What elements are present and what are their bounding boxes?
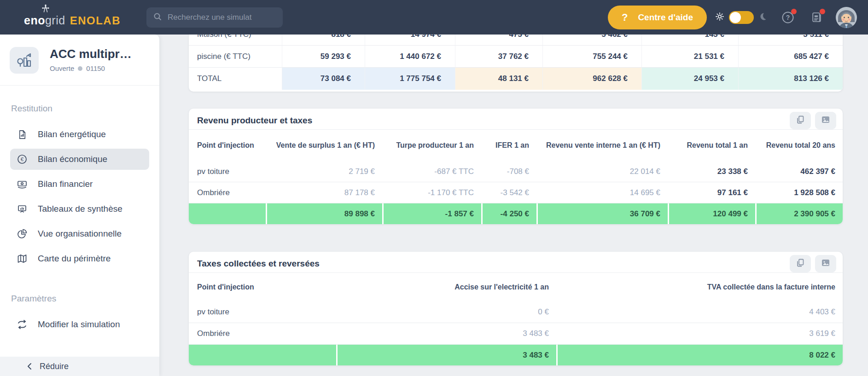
export-image-button[interactable] (815, 255, 836, 272)
cell: 59 293 € (282, 46, 365, 68)
brand-text-light: grid (45, 14, 65, 27)
cell: -3 542 € (481, 182, 536, 203)
user-avatar[interactable] (836, 7, 857, 28)
moon-icon (758, 12, 767, 23)
card-title: Taxes collectées et reversées (197, 259, 320, 269)
image-icon (821, 115, 831, 126)
notification-dot (820, 9, 825, 14)
column-header: Revenu total 20 ans (755, 130, 843, 161)
svg-text:?: ? (786, 14, 790, 21)
sidebar-item-carte-du-perimetre[interactable]: Carte du périmètre (10, 248, 149, 269)
total-label: TOTAL (189, 68, 282, 90)
section-label-parametres: Paramètres (11, 294, 149, 304)
column-header: Point d'injection (189, 130, 266, 161)
total-cell: 73 084 € (282, 68, 365, 90)
column-header: Vente de surplus 1 an (€ HT) (266, 130, 382, 161)
total-cell: 2 390 905 € (755, 203, 843, 224)
total-cell: 962 628 € (542, 68, 641, 90)
column-header: Accise sur l'electricité 1 an (336, 273, 556, 301)
map-icon (17, 253, 28, 264)
row-label: Ombriére (189, 182, 266, 203)
column-header: Turpe producteur 1 an (382, 130, 481, 161)
help-center-button[interactable]: ? Centre d'aide (608, 6, 707, 29)
copy-icon (795, 115, 805, 126)
cell: 14 695 € (536, 182, 668, 203)
column-header: IFER 1 an (481, 130, 536, 161)
pie-chart-icon (17, 228, 28, 239)
svg-text:€: € (21, 156, 24, 162)
header-row: Point d'injection Vente de surplus 1 an … (189, 130, 843, 161)
column-header: Point d'injection (189, 273, 336, 301)
simulation-code: 01150 (86, 64, 105, 72)
column-header: TVA collectée dans la facture interne (556, 273, 843, 301)
table-row: Ombriére 87 178 € -1 170 € TTC -3 542 € … (189, 182, 843, 203)
cell: -708 € (481, 161, 536, 182)
search-icon (153, 12, 162, 23)
product-name: ENOLAB (70, 14, 121, 27)
sun-icon (715, 12, 724, 23)
total-label (189, 345, 336, 365)
status-dot-icon (78, 66, 82, 71)
total-cell: -4 250 € (481, 203, 536, 224)
sidebar-item-bilan-energetique[interactable]: Bilan énergétique (10, 124, 149, 145)
row-label: pv toiture (189, 301, 336, 323)
collected-taxes-table: Point d'injection Accise sur l'electrici… (189, 273, 843, 365)
table-row: Ombriére 3 483 € 3 619 € (189, 323, 843, 345)
row-label: piscine (€ TTC) (189, 46, 282, 68)
total-cell: 48 131 € (455, 68, 542, 90)
header-row: Point d'injection Accise sur l'electrici… (189, 273, 843, 301)
presentation-chart-icon (17, 203, 28, 214)
sidebar-item-vue-organisationnelle[interactable]: Vue organisationnelle (10, 223, 149, 244)
table-row: pv toiture 0 € 4 403 € (189, 301, 843, 323)
cell: -687 € TTC (382, 161, 481, 182)
brand-text-bold: eno (24, 14, 45, 27)
row-label: pv toiture (189, 161, 266, 182)
producer-revenue-table: Point d'injection Vente de surplus 1 an … (189, 130, 843, 224)
euro-circle-icon: € (17, 154, 28, 165)
total-cell: -1 857 € (382, 203, 481, 224)
total-cell: 1 775 754 € (365, 68, 455, 90)
total-cell: 24 953 € (641, 68, 738, 90)
cell: 23 338 € (668, 161, 755, 182)
news-button[interactable] (809, 10, 824, 25)
copy-table-button[interactable] (790, 112, 811, 129)
question-mark-icon: ? (622, 12, 628, 23)
search-input[interactable] (168, 13, 276, 22)
cell: 0 € (336, 301, 556, 323)
cell: 755 244 € (542, 46, 641, 68)
sidebar-item-modifier-la-simulation[interactable]: Modifier la simulation (10, 314, 149, 335)
cell: 2 719 € (266, 161, 382, 182)
cell: 1 928 508 € (755, 182, 843, 203)
notification-dot (791, 9, 797, 14)
collapse-label: Réduire (40, 362, 69, 371)
sidebar-item-tableaux-de-synthese[interactable]: Tableaux de synthèse (10, 198, 149, 220)
total-cell: 120 499 € (668, 203, 755, 224)
row-label: Ombriére (189, 323, 336, 345)
table-row: piscine (€ TTC) 59 293 € 1 440 672 € 37 … (189, 46, 843, 68)
search-bar (146, 7, 283, 28)
theme-toggle[interactable] (729, 11, 754, 24)
cell: 87 178 € (266, 182, 382, 203)
sidebar-item-label: Tableaux de synthèse (38, 204, 122, 214)
copy-table-button[interactable] (790, 255, 811, 272)
cell: -1 170 € TTC (382, 182, 481, 203)
table-row: pv toiture 2 719 € -687 € TTC -708 € 22 … (189, 161, 843, 182)
enogrid-pylon-icon (41, 4, 51, 15)
swap-arrows-icon (17, 319, 28, 330)
cell: 4 403 € (556, 301, 843, 323)
collapse-sidebar-button[interactable]: Réduire (0, 357, 159, 376)
section-label-restitution: Restitution (11, 104, 149, 114)
help-button[interactable]: ? (781, 10, 795, 25)
cell: 3 483 € (336, 323, 556, 345)
sidebar-item-bilan-economique[interactable]: € Bilan économique (10, 149, 149, 170)
sidebar-item-bilan-financier[interactable]: Bilan financier (10, 174, 149, 195)
copy-icon (795, 258, 805, 269)
total-cell: 8 022 € (556, 345, 843, 365)
simulation-icon (10, 47, 39, 74)
document-chart-icon (17, 129, 28, 140)
export-image-button[interactable] (815, 112, 836, 129)
cell: 37 762 € (455, 46, 542, 68)
sidebar-item-label: Bilan énergétique (38, 129, 106, 139)
cell: 97 161 € (668, 182, 755, 203)
column-header: Revenu total 1 an (668, 130, 755, 161)
